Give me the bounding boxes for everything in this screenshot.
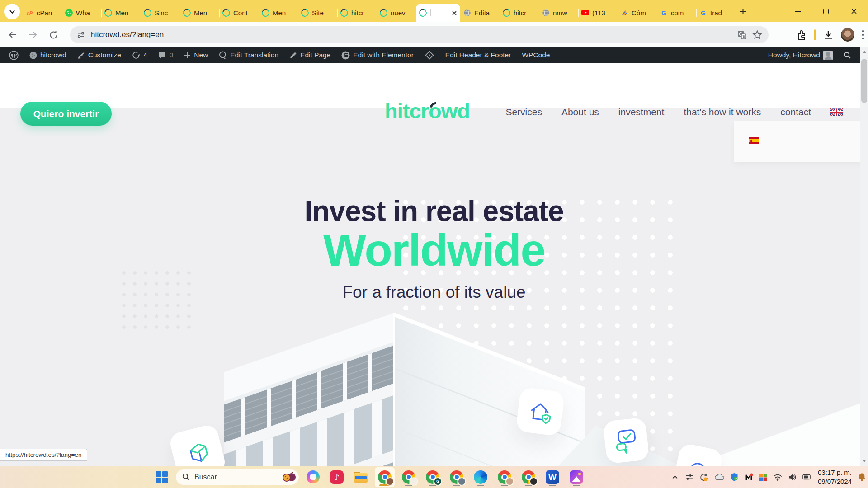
tab-men-2[interactable]: Men: [180, 4, 219, 22]
edit-header-footer-menu[interactable]: Edit Header & Footer: [440, 47, 517, 63]
uk-flag-icon[interactable]: [830, 108, 843, 116]
edit-translation-menu[interactable]: Edit Translation: [213, 47, 284, 63]
file-explorer-button[interactable]: [351, 467, 371, 487]
edit-page-menu[interactable]: Edit Page: [284, 47, 336, 63]
tray-antivirus-icon[interactable]: [759, 473, 767, 481]
chrome-window-2[interactable]: [399, 467, 419, 487]
forward-button[interactable]: [25, 27, 41, 43]
comments-menu[interactable]: 0: [153, 47, 179, 63]
tab-como[interactable]: Cóm: [618, 4, 657, 22]
chrome-window-active[interactable]: [375, 467, 395, 487]
tab-whatsapp[interactable]: Wha: [62, 4, 101, 22]
tab-google-com[interactable]: Gcom: [657, 4, 696, 22]
profile-avatar[interactable]: [841, 28, 854, 42]
site-menu[interactable]: hitcrowd: [24, 47, 72, 63]
tab-men-1[interactable]: Men: [101, 4, 141, 22]
wp-logo-menu[interactable]: [4, 47, 24, 63]
start-button[interactable]: [152, 467, 172, 487]
nav-about-us[interactable]: About us: [561, 107, 599, 117]
tray-volume-icon[interactable]: [788, 474, 797, 481]
tray-battery-icon[interactable]: [802, 474, 812, 480]
edit-header-footer-label: Edit Header & Footer: [445, 51, 511, 59]
tab-cpanel[interactable]: cPcPan: [23, 4, 62, 22]
back-button[interactable]: [5, 27, 21, 43]
scrollbar-thumb[interactable]: [861, 59, 867, 103]
tab-hitcrowd-2[interactable]: hitcr: [500, 4, 539, 22]
taskbar-search[interactable]: Buscar: [176, 469, 299, 485]
chrome-window-3[interactable]: G: [423, 467, 443, 487]
word-button[interactable]: W: [542, 467, 562, 487]
new-tab-button[interactable]: [737, 5, 749, 17]
tray-mixer-icon[interactable]: [685, 473, 693, 481]
loading-spinner-icon: [260, 8, 271, 18]
chrome-window-4[interactable]: [447, 467, 467, 487]
tray-chevron-up-icon[interactable]: [671, 473, 679, 481]
nav-contact[interactable]: contact: [780, 107, 811, 117]
tab-editar[interactable]: Edita: [460, 4, 500, 22]
updates-menu[interactable]: 4: [127, 47, 153, 63]
minimize-button[interactable]: [784, 0, 812, 22]
edit-with-elementor-menu[interactable]: Edit with Elementor: [336, 47, 419, 63]
tab-cont[interactable]: Cont: [219, 4, 259, 22]
tab-label: Sinc: [155, 9, 168, 17]
close-window-button[interactable]: [840, 0, 868, 22]
header-footer-builder-menu[interactable]: [419, 47, 440, 63]
menu-kebab-icon[interactable]: [862, 30, 864, 40]
wpcode-menu[interactable]: WPCode: [516, 47, 555, 63]
my-account-menu[interactable]: Howdy, Hitcrowd: [763, 47, 838, 63]
edge-button[interactable]: [471, 467, 491, 487]
nav-how-it-works[interactable]: that's how it works: [684, 107, 761, 117]
tab-search-button[interactable]: [4, 4, 20, 19]
scroll-up-arrow[interactable]: [863, 51, 866, 53]
tab-google-translate[interactable]: Gtrad: [696, 4, 736, 22]
tiktok-button[interactable]: ♪: [327, 467, 347, 487]
tab-sinc[interactable]: Sinc: [141, 4, 180, 22]
tab-nuevo[interactable]: nuev: [377, 4, 416, 22]
copilot-button[interactable]: [303, 467, 323, 487]
tray-sync-icon[interactable]: [699, 473, 708, 482]
site-info-icon[interactable]: [76, 30, 85, 39]
adminbar-search[interactable]: [838, 47, 857, 63]
address-bar[interactable]: hitcrowd.es/?lang=en G: [70, 26, 769, 43]
tray-mail-icon[interactable]: [744, 473, 753, 481]
tab-close-icon[interactable]: [452, 10, 457, 16]
tab-hitcrowd-1[interactable]: hitcr: [337, 4, 377, 22]
taskbar-clock[interactable]: 03:17 p. m. 09/07/2024: [818, 468, 852, 486]
reload-button[interactable]: [45, 27, 61, 43]
cta-invest-button[interactable]: Quiero invertir: [20, 102, 112, 126]
notification-bell-icon[interactable]: [858, 473, 866, 482]
page-scrollbar[interactable]: [860, 47, 868, 466]
tab-active[interactable]: [416, 4, 460, 22]
spain-flag-icon[interactable]: [749, 137, 760, 144]
chrome-window-5[interactable]: [495, 467, 514, 487]
site-logo[interactable]: hitcrowd: [375, 99, 479, 123]
customize-menu[interactable]: Customize: [72, 47, 127, 63]
tab-nmw[interactable]: nmw: [539, 4, 578, 22]
tray-onedrive-icon[interactable]: [714, 474, 724, 480]
translate-icon[interactable]: G: [737, 30, 747, 40]
tray-wifi-icon[interactable]: [773, 474, 782, 481]
chrome-window-6[interactable]: [519, 467, 538, 487]
nav-investment[interactable]: investment: [618, 107, 665, 117]
download-icon[interactable]: [823, 29, 834, 40]
url-text[interactable]: hitcrowd.es/?lang=en: [91, 30, 731, 39]
tab-label: Edita: [474, 9, 490, 17]
tab-youtube[interactable]: (113: [578, 4, 618, 22]
extensions-icon[interactable]: [796, 29, 807, 40]
bookmark-star-icon[interactable]: [752, 30, 762, 40]
tab-site[interactable]: Site: [298, 4, 337, 22]
nav-services[interactable]: Services: [505, 107, 542, 117]
tray-defender-icon[interactable]: [730, 473, 738, 481]
updates-count: 4: [143, 51, 147, 59]
taskbar-apps: Buscar ♪ G W: [152, 466, 586, 488]
edit-with-elementor-label: Edit with Elementor: [353, 51, 414, 59]
scroll-down-arrow[interactable]: [863, 460, 866, 462]
clock-time: 03:17 p. m.: [818, 469, 852, 476]
tab-label: Men: [273, 9, 286, 17]
new-content-menu[interactable]: New: [179, 47, 213, 63]
photos-button[interactable]: [566, 467, 586, 487]
whatsapp-icon: [65, 9, 73, 17]
maximize-button[interactable]: [812, 0, 840, 22]
tab-men-3[interactable]: Men: [259, 4, 298, 22]
logo-text: wd: [441, 99, 470, 123]
